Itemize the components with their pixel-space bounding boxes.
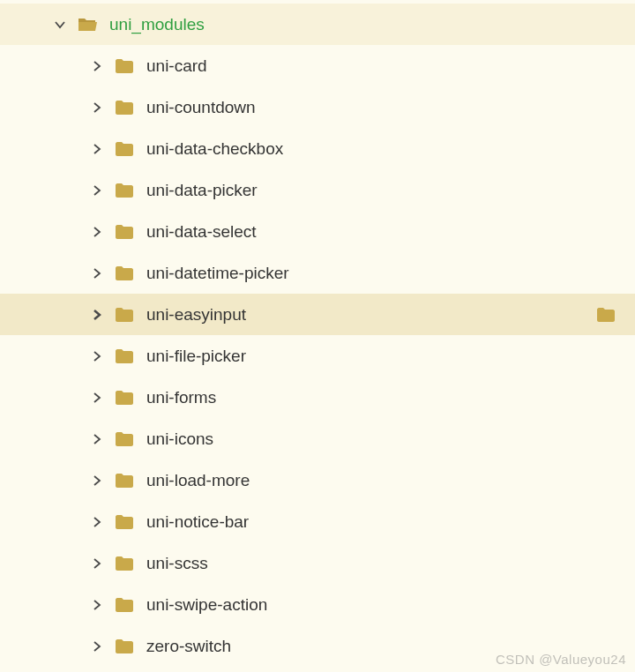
tree-item[interactable]: uni-load-more xyxy=(0,459,635,501)
tree-item-label: uni-data-checkbox xyxy=(146,139,283,159)
tree-item-label: uni-file-picker xyxy=(146,347,246,366)
tree-item-label: uni-data-select xyxy=(146,222,257,242)
chevron-down-icon xyxy=(51,16,69,34)
tree-item[interactable]: uni-countdown xyxy=(0,86,635,128)
tree-item-label: uni-datetime-picker xyxy=(146,264,289,283)
watermark-text: CSDN @Valueyou24 xyxy=(496,652,626,667)
folder-icon xyxy=(115,471,134,490)
tree-item-label: uni-load-more xyxy=(146,471,250,490)
tree-item-label: uni-scss xyxy=(146,554,208,573)
tree-item-label: uni-data-picker xyxy=(146,181,258,200)
chevron-right-icon xyxy=(88,140,106,158)
chevron-right-icon xyxy=(88,57,106,75)
tree-item-label: uni-notice-bar xyxy=(146,512,249,532)
folder-icon xyxy=(115,637,134,656)
chevron-right-icon xyxy=(88,555,106,572)
tree-item[interactable]: uni-data-picker xyxy=(0,169,635,211)
chevron-right-icon xyxy=(88,472,106,489)
tree-item[interactable]: uni-data-select xyxy=(0,211,635,252)
tree-item[interactable]: uni-swipe-action xyxy=(0,584,635,625)
chevron-right-icon xyxy=(88,306,106,324)
folder-icon xyxy=(115,222,134,242)
chevron-right-icon xyxy=(88,182,106,199)
tree-item[interactable]: uni-forms xyxy=(0,377,635,418)
tree-item[interactable]: uni-card xyxy=(0,45,635,86)
chevron-right-icon xyxy=(88,223,106,241)
chevron-right-icon xyxy=(88,638,106,655)
tree-item[interactable]: uni-datetime-picker xyxy=(0,252,635,294)
file-tree: uni_modules uni-carduni-countdownuni-dat… xyxy=(0,0,635,667)
folder-icon xyxy=(115,512,134,532)
chevron-right-icon xyxy=(88,596,106,614)
chevron-right-icon xyxy=(88,389,106,407)
folder-icon xyxy=(115,388,134,407)
tree-item-label: zero-switch xyxy=(146,637,231,656)
folder-icon xyxy=(115,429,134,449)
tree-item-label: uni-icons xyxy=(146,429,213,449)
folder-icon xyxy=(115,595,134,615)
folder-icon xyxy=(115,56,134,76)
folder-icon xyxy=(115,264,134,283)
folder-icon xyxy=(115,554,134,573)
tree-item-label: uni-card xyxy=(146,56,207,76)
chevron-right-icon xyxy=(88,99,106,116)
folder-icon xyxy=(115,347,134,366)
tree-item-label: uni-easyinput xyxy=(146,305,246,325)
folder-icon xyxy=(115,139,134,159)
tree-item-root[interactable]: uni_modules xyxy=(0,4,635,45)
tree-item[interactable]: uni-data-checkbox xyxy=(0,128,635,169)
tree-item[interactable]: uni-notice-bar xyxy=(0,501,635,542)
folder-icon xyxy=(115,98,134,117)
chevron-right-icon xyxy=(88,265,106,282)
tree-item-label: uni-forms xyxy=(146,388,216,407)
chevron-right-icon xyxy=(88,430,106,448)
tree-item[interactable]: uni-file-picker xyxy=(0,335,635,377)
tree-item-label: uni_modules xyxy=(109,15,205,34)
tree-item[interactable]: uni-easyinput xyxy=(0,294,635,335)
folder-icon xyxy=(115,181,134,200)
tree-item[interactable]: uni-scss xyxy=(0,542,635,584)
tree-item-label: uni-countdown xyxy=(146,98,256,117)
chevron-right-icon xyxy=(88,513,106,531)
tree-item-label: uni-swipe-action xyxy=(146,595,267,615)
tree-item[interactable]: uni-icons xyxy=(0,418,635,459)
chevron-right-icon xyxy=(88,347,106,365)
folder-open-icon xyxy=(78,15,97,34)
folder-icon xyxy=(596,305,616,325)
folder-icon xyxy=(115,305,134,325)
